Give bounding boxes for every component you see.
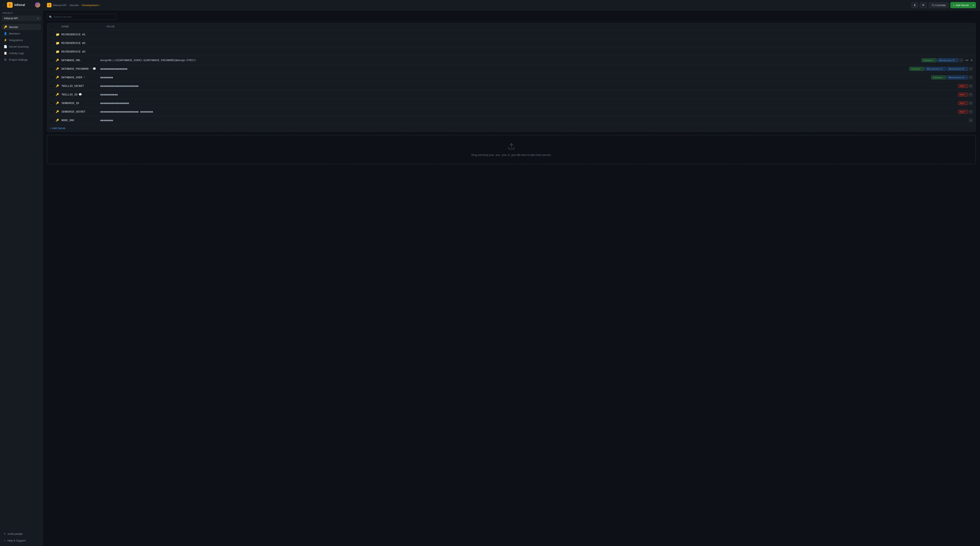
table-row[interactable]: 📁 MICROSERVICE #3 <box>47 48 976 56</box>
breadcrumb-logo: I <box>47 3 51 7</box>
help-support-button[interactable]: ○ Help & Support <box>2 537 41 544</box>
table-row[interactable]: 🔑 SENDGRID_ID ●●●●●●●●●●●●●●●●●● Auth × … <box>47 99 976 107</box>
table-row[interactable]: 🔑 TWILLIO_ID 💬 ●●●●●●●●●●● Auth × + <box>47 90 976 99</box>
key-icon: 🔑 <box>56 59 59 62</box>
breadcrumb-secrets[interactable]: Secrets <box>70 4 79 7</box>
tag-microservice[interactable]: Microservice #1 × <box>925 67 946 71</box>
row-actions: Auth × + <box>956 101 973 105</box>
sidebar-item-label: Members <box>9 32 20 35</box>
row-checkbox[interactable] <box>50 33 53 36</box>
table-row[interactable]: 🔑 DATABASE_URL mongodb://${DATABASE_USER… <box>47 56 976 65</box>
secret-value: ●●●●●●●● <box>100 76 929 79</box>
tag-list: Auth × + <box>958 84 973 88</box>
search-input-wrap: 🔍 <box>47 14 116 20</box>
tag-auth[interactable]: Auth × <box>958 84 968 88</box>
row-actions: + <box>967 118 973 123</box>
secret-value: ●●●●●●●●●●● <box>100 93 956 96</box>
table-row[interactable]: 🔑 SENDGRID_SECRET ●●●●●●●●●●●●●●●●●●●●●●… <box>47 107 976 116</box>
avatar[interactable] <box>35 2 40 8</box>
secret-value: ●●●●●●●●●●●●●●●●●● <box>100 102 956 105</box>
row-checkbox-col <box>50 93 56 96</box>
tag-auth[interactable]: Auth × <box>958 110 968 113</box>
add-secret-row[interactable]: + Add Secret <box>47 124 976 132</box>
row-actions: Auth × + <box>956 110 973 114</box>
eye-button[interactable]: 👁 <box>920 2 927 8</box>
invite-people-button[interactable]: + Invite people <box>2 530 41 537</box>
breadcrumb-project[interactable]: Infisical API <box>52 4 66 7</box>
table-row[interactable]: 🔑 NODE_ENV ●●●●●●●● + <box>47 116 976 124</box>
add-secret-main[interactable]: + Add Secret <box>951 2 971 8</box>
topbar: I Infisical API › Secrets › Development … <box>43 0 980 10</box>
secret-name: NODE_ENV <box>62 119 100 122</box>
sidebar-header: ← I Infisical <box>0 0 43 10</box>
row-checkbox[interactable] <box>50 110 53 113</box>
sidebar-nav: 🔑 Secrets 👤 Members ⚡ Integrations 📄 Sec… <box>0 23 43 528</box>
table-row[interactable]: 🔑 DATABASE_USER ⑂ ●●●●●●●● Database × Mi… <box>47 73 976 82</box>
row-actions: Auth × + <box>956 84 973 88</box>
add-tag-button[interactable]: + <box>969 101 973 105</box>
drop-zone[interactable]: Drag and drop your .env, .yml, or .json … <box>47 135 976 164</box>
more-icon[interactable]: ••• <box>964 58 969 62</box>
table-row[interactable]: 🔑 TWILLIO_SECRET ●●●●●●●●●●●●●●●●●●●●●●●… <box>47 82 976 90</box>
chevron-down-icon: ▾ <box>99 4 99 6</box>
tag-auth[interactable]: Auth × <box>958 101 968 105</box>
add-tag-button[interactable]: + <box>969 118 973 123</box>
table-row[interactable]: 📁 MICROSERVICE #1 <box>47 30 976 39</box>
sidebar-item-activity-logs[interactable]: 📋 Activity Logs <box>2 50 41 56</box>
add-tag-button[interactable]: + <box>969 67 973 71</box>
add-tag-button[interactable]: + <box>969 84 973 88</box>
add-tag-button[interactable]: + <box>969 110 973 114</box>
tag-database[interactable]: Database × <box>909 67 924 71</box>
tag-database[interactable]: Database × <box>931 76 946 79</box>
sidebar-item-members[interactable]: 👤 Members <box>2 30 41 37</box>
select-all-checkbox[interactable] <box>50 25 53 28</box>
row-checkbox[interactable] <box>50 93 53 96</box>
tag-database[interactable]: Database × <box>922 59 937 62</box>
add-tag-button[interactable]: + <box>969 75 973 80</box>
download-button[interactable]: ⬇ <box>912 2 918 8</box>
sidebar-item-label: Project Settings <box>9 58 27 61</box>
row-checkbox[interactable] <box>50 119 53 122</box>
project-label: PROJECT <box>0 10 43 16</box>
key-icon-wrap: 🔑 <box>56 93 60 96</box>
secrets-table: Name Value 📁 MICROSERVICE #1 <box>47 23 976 132</box>
row-checkbox[interactable] <box>50 42 53 45</box>
sidebar-item-integrations[interactable]: ⚡ Integrations <box>2 37 41 43</box>
key-icon: 🔑 <box>56 93 59 96</box>
sidebar-item-project-settings[interactable]: ⚙ Project Settings <box>2 57 41 63</box>
row-checkbox[interactable] <box>50 76 53 79</box>
tag-microservice[interactable]: Microservice #1 × <box>937 59 958 62</box>
close-icon[interactable]: ✕ <box>970 59 973 62</box>
sidebar-item-secret-scanning[interactable]: 📄 Secret Scanning <box>2 43 41 49</box>
row-checkbox-col <box>50 33 56 36</box>
row-checkbox[interactable] <box>50 50 53 53</box>
project-selector[interactable]: Infisical API ▾ <box>2 16 41 21</box>
key-icon: 🔑 <box>56 119 59 122</box>
row-checkbox-col <box>50 42 56 45</box>
row-checkbox[interactable] <box>50 102 53 105</box>
env-dropdown[interactable]: Development ▾ <box>82 4 99 7</box>
search-input[interactable] <box>47 14 116 20</box>
add-secret-button[interactable]: + Add Secret ▾ <box>950 2 976 8</box>
table-row[interactable]: 📁 MICROSERVICE #2 <box>47 39 976 48</box>
add-tag-button[interactable]: + <box>969 92 973 97</box>
eye-icon: 👁 <box>922 4 925 7</box>
commits-button[interactable]: 71 Commits <box>929 2 949 8</box>
tag-microservice-2[interactable]: Microservice #2 × <box>947 76 968 79</box>
sidebar-item-secrets[interactable]: 🔑 Secrets <box>2 24 41 30</box>
search-bar: 🔍 <box>47 14 976 20</box>
add-tag-button[interactable]: + <box>959 58 963 62</box>
row-checkbox-col <box>50 67 56 70</box>
table-row[interactable]: 🔑 DATABASE_PASSWORD ⑂ 💬 ●●●●●●●●●●●●●●●●… <box>47 65 976 73</box>
folder-icon-wrap: 📁 <box>56 50 60 54</box>
add-secret-dropdown[interactable]: ▾ <box>971 3 976 8</box>
key-icon: 🔑 <box>56 84 59 88</box>
tag-microservice-2[interactable]: Microservice #2 × <box>947 67 968 71</box>
secret-value: ●●●●●●●●●●●●●●●●● <box>100 67 908 70</box>
row-checkbox[interactable] <box>50 67 53 70</box>
row-checkbox[interactable] <box>50 59 53 62</box>
secret-name: SENDGRID_SECRET <box>62 110 100 113</box>
tag-auth[interactable]: Auth × <box>958 93 968 96</box>
row-checkbox[interactable] <box>50 84 53 88</box>
back-button[interactable]: ← <box>2 3 5 6</box>
